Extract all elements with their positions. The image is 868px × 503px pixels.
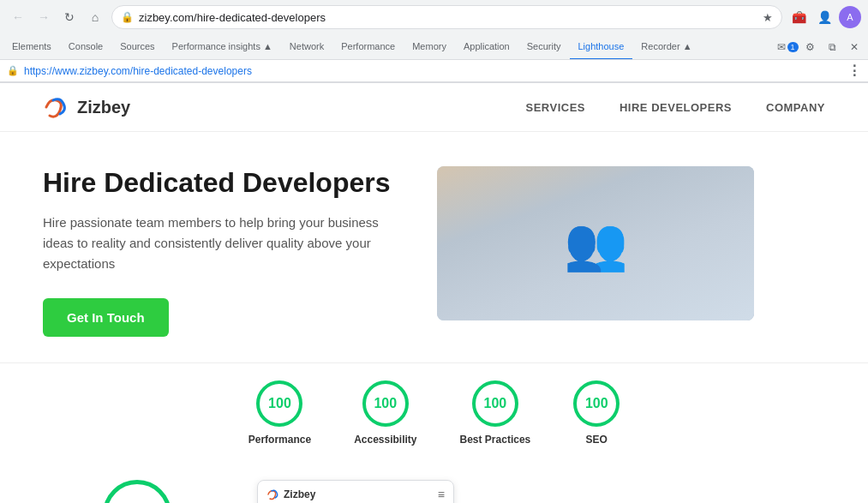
tab-performance-insights[interactable]: Performance insights ▲ — [164, 34, 281, 60]
page-content: Zizbey SERVICES HIRE DEVELOPERS COMPANY … — [0, 83, 868, 503]
tab-recorder[interactable]: Recorder ▲ — [632, 34, 700, 60]
site-logo: Zizbey — [43, 93, 130, 121]
score-label-accessibility: Accessibility — [354, 434, 416, 446]
score-label-performance: Performance — [248, 434, 311, 446]
nav-services[interactable]: SERVICES — [525, 101, 585, 114]
nav-company[interactable]: COMPANY — [766, 101, 825, 114]
extensions-icon[interactable]: 🧰 — [787, 6, 810, 28]
browser-chrome: ← → ↻ ⌂ 🔒 zizbey.com/hire-dedicated-deve… — [0, 0, 868, 83]
devtools-tabs: Elements Console Sources Performance ins… — [0, 34, 868, 60]
tab-sources[interactable]: Sources — [111, 34, 163, 60]
devtools-close-btn[interactable]: ✕ — [844, 37, 865, 57]
nav-buttons: ← → ↻ ⌂ — [7, 6, 106, 28]
score-performance: 100 Performance — [248, 380, 311, 446]
devtools-dock-btn[interactable]: ⧉ — [822, 37, 842, 57]
cta-button[interactable]: Get In Touch — [43, 298, 169, 337]
browser-toolbar: ← → ↻ ⌂ 🔒 zizbey.com/hire-dedicated-deve… — [0, 0, 868, 34]
logo-text: Zizbey — [77, 98, 130, 117]
preview-card: Zizbey ≡ Hire Dedicated Developers Hire … — [257, 480, 454, 503]
tab-performance[interactable]: Performance — [332, 34, 404, 60]
bottom-section: 100 Performance Values are estimated and… — [0, 471, 868, 503]
forward-button[interactable]: → — [33, 6, 55, 28]
team-photo — [437, 166, 754, 320]
address-bar[interactable]: 🔒 zizbey.com/hire-dedicated-developers ★ — [111, 5, 782, 29]
score-circle-seo: 100 — [573, 380, 620, 427]
hero-title: Hire Dedicated Developers — [43, 166, 403, 199]
preview-menu-icon[interactable]: ≡ — [438, 488, 445, 501]
url-bar: 🔒 https://www.zizbey.com/hire-dedicated-… — [0, 60, 868, 82]
performance-detail: 100 Performance Values are estimated and… — [43, 480, 231, 503]
score-circle-accessibility: 100 — [362, 380, 409, 427]
hero-text: Hire Dedicated Developers Hire passionat… — [43, 166, 403, 337]
score-accessibility: 100 Accessibility — [354, 380, 416, 446]
score-circle-performance: 100 — [256, 380, 302, 427]
scores-row: 100 Performance 100 Accessibility 100 Be… — [43, 380, 825, 446]
tab-application[interactable]: Application — [455, 34, 518, 60]
perf-big-circle: 100 — [103, 480, 171, 503]
preview-logo-icon — [266, 488, 280, 501]
tab-network[interactable]: Network — [281, 34, 332, 60]
tab-security[interactable]: Security — [518, 34, 570, 60]
score-best-practices: 100 Best Practices — [460, 380, 531, 446]
preview-logo: Zizbey — [266, 488, 315, 501]
hero-section: Hire Dedicated Developers Hire passionat… — [0, 132, 868, 362]
preview-card-header: Zizbey ≡ — [258, 481, 453, 503]
lock-icon: 🔒 — [121, 11, 134, 23]
tab-console[interactable]: Console — [60, 34, 111, 60]
home-button[interactable]: ⌂ — [84, 6, 106, 28]
profile-icon[interactable]: 👤 — [813, 6, 835, 28]
avatar-button[interactable]: A — [839, 6, 861, 28]
tab-elements[interactable]: Elements — [3, 34, 60, 60]
devtools-tab-actions: ✉ 1 ⚙ ⧉ ✕ — [777, 37, 865, 57]
site-nav: SERVICES HIRE DEVELOPERS COMPANY — [525, 101, 825, 114]
tab-memory[interactable]: Memory — [404, 34, 455, 60]
score-seo: 100 SEO — [573, 380, 620, 446]
lighthouse-section: 100 Performance 100 Accessibility 100 Be… — [0, 362, 868, 471]
reload-button[interactable]: ↻ — [58, 6, 81, 28]
score-circle-best-practices: 100 — [472, 380, 518, 427]
star-icon: ★ — [763, 11, 773, 24]
site-navbar: Zizbey SERVICES HIRE DEVELOPERS COMPANY — [0, 83, 868, 132]
hero-subtitle: Hire passionate team members to help bri… — [43, 213, 403, 274]
address-text: zizbey.com/hire-dedicated-developers — [139, 11, 757, 24]
score-label-best-practices: Best Practices — [460, 434, 531, 446]
nav-hire-developers[interactable]: HIRE DEVELOPERS — [620, 101, 732, 114]
devtools-settings-btn[interactable]: ⚙ — [799, 37, 820, 57]
devtools-notification-btn[interactable]: ✉ 1 — [777, 37, 798, 57]
score-label-seo: SEO — [586, 434, 608, 446]
url-lock-icon: 🔒 — [7, 65, 19, 76]
full-url-text: https://www.zizbey.com/hire-dedicated-de… — [24, 65, 252, 77]
logo-icon — [43, 93, 70, 121]
back-button[interactable]: ← — [7, 6, 29, 28]
url-more-icon[interactable]: ⋮ — [847, 63, 861, 79]
tab-lighthouse[interactable]: Lighthouse — [570, 34, 633, 60]
hero-image — [437, 166, 754, 320]
browser-actions: 🧰 👤 A — [787, 6, 861, 28]
